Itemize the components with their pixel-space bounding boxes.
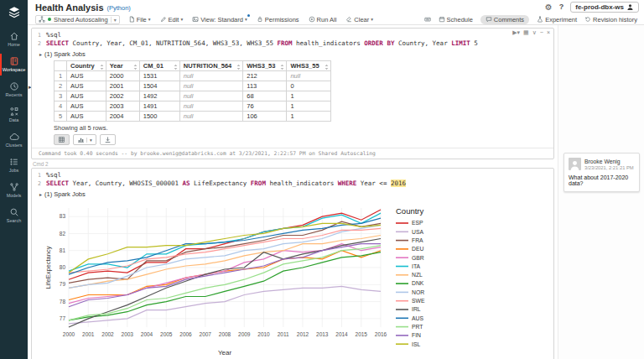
- download-results-button[interactable]: [100, 134, 116, 145]
- action-comments[interactable]: Comments: [480, 15, 529, 24]
- comment-card[interactable]: Brooke Wenig 3/23/2021, 2:21:21 PM What …: [564, 153, 640, 192]
- databricks-logo[interactable]: [0, 0, 28, 27]
- sidebar-item-jobs[interactable]: Jobs: [0, 153, 28, 178]
- legend-item-FRA[interactable]: FRA: [396, 237, 423, 243]
- legend-item-DNK[interactable]: DNK: [396, 280, 424, 286]
- legend-item-USA[interactable]: USA: [396, 229, 423, 235]
- close-icon[interactable]: ×: [547, 29, 550, 35]
- titlebar-right: ⚙ ? fe-prod-dbx-ws: [545, 2, 639, 13]
- action-revision-history[interactable]: Revision history: [584, 16, 637, 23]
- svg-text:GBR: GBR: [412, 255, 424, 261]
- y-axis-label: LifeExpectancy: [44, 246, 52, 289]
- run-play-icon[interactable]: ▶▾: [512, 29, 520, 35]
- comment-text: What about 2017-2020 data?: [569, 174, 635, 186]
- row-count-status: Showing all 5 rows.: [54, 124, 553, 132]
- menu-view-standard[interactable]: View: Standard▾: [192, 16, 247, 23]
- legend-item-SWE[interactable]: SWE: [396, 298, 425, 304]
- table-cell: null: [179, 91, 243, 101]
- menu-label: View: Standard: [200, 16, 243, 23]
- legend-item-PRT[interactable]: PRT: [396, 324, 423, 330]
- legend-item-FIN[interactable]: FIN: [396, 332, 421, 338]
- calendar-icon: [439, 16, 445, 23]
- sidebar-item-clusters[interactable]: Clusters: [0, 127, 28, 153]
- legend-item-IRL[interactable]: IRL: [396, 306, 421, 312]
- svg-text:NZL: NZL: [412, 272, 423, 278]
- column-header-year[interactable]: Year: [106, 61, 139, 71]
- cell2-code-editor[interactable]: 1%sql2SELECT Year, Country, WHOSIS_00000…: [32, 169, 553, 189]
- sidebar-item-search[interactable]: Search: [0, 203, 28, 228]
- column-header-whs3_53[interactable]: WHS3_53: [243, 61, 287, 71]
- data-icon: [9, 107, 19, 117]
- sidebar-nav: HomeWorkspaceRecentsDataClustersJobsMode…: [0, 27, 28, 228]
- keyboard-shortcut-button[interactable]: [424, 16, 431, 23]
- sidebar-item-workspace[interactable]: Workspace: [0, 52, 28, 77]
- spark-jobs-toggle-2[interactable]: ▸ (1) Spark Jobs: [32, 189, 553, 200]
- table-cell: 0: [287, 81, 330, 91]
- menu-file[interactable]: File▾: [128, 16, 151, 23]
- menu-permissions[interactable]: Permissions: [257, 16, 299, 23]
- legend-item-GBR[interactable]: GBR: [396, 255, 424, 261]
- legend-item-AUS[interactable]: AUS: [396, 315, 423, 321]
- legend-item-ESP[interactable]: ESP: [396, 220, 423, 226]
- recents-icon: [9, 81, 19, 91]
- y-tick-label: 79: [60, 281, 66, 287]
- menu-clear[interactable]: Clear▾: [345, 16, 373, 23]
- sidebar-item-recents[interactable]: Recents: [0, 77, 28, 102]
- legend-item-ISL[interactable]: ISL: [396, 341, 420, 347]
- action-schedule[interactable]: Schedule: [439, 16, 473, 23]
- help-icon[interactable]: ?: [559, 3, 564, 11]
- table-cell: AUS: [67, 71, 106, 81]
- legend-item-NZL[interactable]: NZL: [396, 272, 423, 278]
- action-experiment[interactable]: Experiment: [537, 16, 577, 23]
- table-row: 2AUS20011504null1130: [55, 81, 331, 91]
- column-header-cm_01[interactable]: CM_01: [139, 61, 179, 71]
- person-icon: [626, 3, 634, 11]
- cell1-code-editor[interactable]: 1%sql2SELECT Country, Year, CM_01, NUTRI…: [32, 29, 553, 49]
- chart-view-button[interactable]: ▾: [73, 134, 96, 145]
- minimize-icon[interactable]: −: [540, 29, 543, 35]
- notification-dot: [247, 14, 250, 17]
- x-tick-label: 2006: [179, 331, 192, 337]
- keyboard-icon: [424, 16, 431, 23]
- pencil-icon: [160, 16, 167, 23]
- chevron-down-icon[interactable]: ∨: [532, 29, 537, 35]
- chevron-down-icon: ▾: [245, 17, 247, 22]
- legend-item-DEU[interactable]: DEU: [396, 246, 423, 252]
- table-cell: AUS: [67, 91, 106, 101]
- sidebar: HomeWorkspaceRecentsDataClustersJobsMode…: [0, 0, 28, 359]
- legend-item-NOR[interactable]: NOR: [396, 289, 424, 295]
- dashboard-grid-icon[interactable]: ▦: [523, 29, 529, 35]
- sidebar-item-models[interactable]: Models: [0, 178, 28, 203]
- table-view-button[interactable]: [54, 134, 70, 145]
- menu-edit[interactable]: Edit▾: [160, 16, 184, 23]
- chevron-down-icon: ▾: [148, 17, 151, 22]
- clusters-icon: [9, 132, 19, 142]
- circle-play-icon: [309, 16, 315, 23]
- cluster-selector[interactable]: Shared Autoscaling ▾: [35, 15, 120, 24]
- workspace-account-button[interactable]: fe-prod-dbx-ws: [570, 2, 639, 13]
- code-line-text: %sql: [46, 171, 61, 180]
- column-header-whs3_55[interactable]: WHS3_55: [287, 61, 330, 71]
- legend-item-ITA[interactable]: ITA: [396, 263, 421, 269]
- action-label: Comments: [494, 16, 524, 23]
- expander-arrow-icon: ▸: [39, 51, 42, 57]
- column-header-nutrition_564[interactable]: NUTRITION_564: [179, 61, 243, 71]
- sidebar-item-home[interactable]: Home: [0, 27, 28, 52]
- column-header-country[interactable]: Country: [67, 61, 106, 71]
- sidebar-item-label: Models: [7, 193, 22, 198]
- svg-text:NOR: NOR: [412, 289, 424, 295]
- x-axis-label: Year: [218, 349, 232, 356]
- image-icon: [192, 16, 199, 23]
- menu-run-all[interactable]: Run All: [309, 16, 337, 23]
- comment-author: Brooke Wenig: [584, 159, 634, 164]
- sidebar-item-label: Home: [8, 42, 20, 47]
- notebook-canvas: ▸ ▶▾▦∨−× 1%sql2SELECT Country, Year, CM_…: [28, 25, 644, 359]
- sidebar-item-data[interactable]: Data: [0, 102, 28, 127]
- settings-gear-icon[interactable]: ⚙: [545, 3, 553, 12]
- file-icon: [128, 16, 135, 23]
- table-cell: null: [179, 71, 243, 81]
- sidebar-item-label: Data: [9, 117, 19, 122]
- svg-text:PRT: PRT: [412, 324, 423, 330]
- sidebar-item-label: Workspace: [3, 67, 25, 72]
- spark-jobs-toggle[interactable]: ▸ (1) Spark Jobs: [32, 49, 553, 60]
